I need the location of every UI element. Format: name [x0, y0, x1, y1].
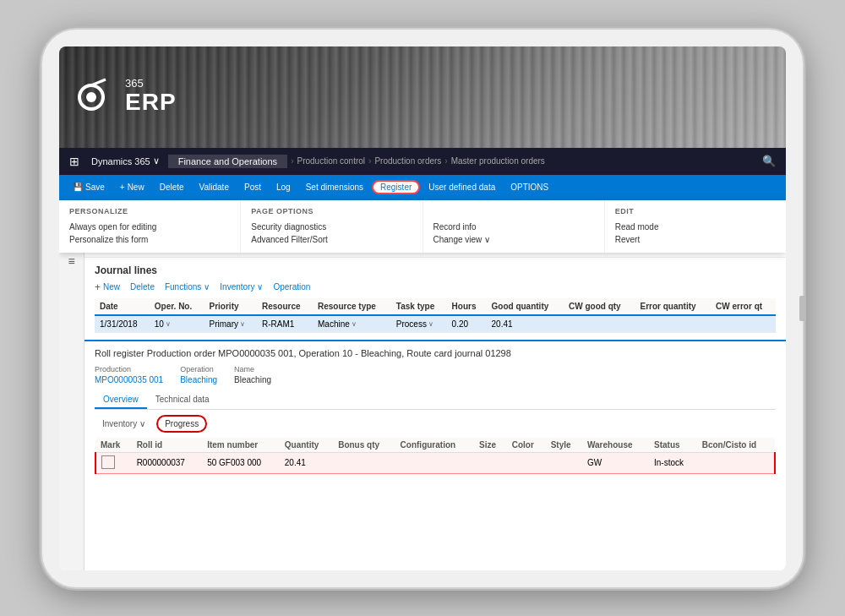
delete-button[interactable]: Delete	[153, 180, 191, 194]
register-label: Register	[380, 183, 412, 192]
dynamics-label: Dynamics 365	[91, 156, 150, 166]
power-button[interactable]	[799, 296, 806, 321]
row-checkbox[interactable]	[101, 455, 115, 469]
dynamics-menu[interactable]: Dynamics 365 ∨	[86, 154, 165, 168]
advanced-filter-item[interactable]: Advanced Filter/Sort	[251, 233, 412, 246]
operation-value[interactable]: Bleaching	[180, 375, 217, 384]
nav-bar: ⊞ Dynamics 365 ∨ Finance and Operations …	[59, 148, 786, 175]
personalize-group: PERSONALIZE Always open for editing Pers…	[59, 200, 241, 253]
journal-new-label: New	[103, 282, 120, 292]
save-label: Save	[85, 183, 105, 192]
page-options-group2: . Record info Change view ∨	[423, 200, 605, 253]
col-date: Date	[95, 298, 150, 315]
bottom-table-row[interactable]: R000000037 50 GF003 000 20.41 GW In-stoc…	[95, 452, 775, 473]
journal-new-button[interactable]: + New	[95, 281, 120, 293]
cell-date: 1/31/2018	[95, 315, 150, 333]
revert-item[interactable]: Revert	[615, 233, 776, 246]
journal-table: Date Oper. No. Priority Resource Resourc…	[95, 298, 776, 333]
cell-error-qty	[635, 315, 711, 333]
bt-cell-bcon	[697, 452, 775, 473]
journal-delete-label: Delete	[130, 282, 155, 292]
bt-cell-size	[474, 452, 507, 473]
always-open-item[interactable]: Always open for editing	[69, 221, 230, 233]
col-cw-good-qty: CW good qty	[564, 298, 635, 315]
operation-field-group: Operation Bleaching	[180, 365, 217, 384]
bt-col-color: Color	[507, 438, 546, 453]
nav-sep-2: ›	[368, 156, 371, 166]
toolbar: 💾 Save + New Delete Validate Post Log Se…	[59, 175, 786, 200]
bt-col-bcon: Bcon/Cisto id	[697, 438, 775, 453]
register-button[interactable]: Register	[372, 180, 420, 194]
breadcrumb-master-orders[interactable]: Master production orders	[451, 156, 545, 166]
page-options-group: PAGE OPTIONS Security diagnostics Advanc…	[241, 200, 422, 253]
col-task-type: Task type	[391, 298, 447, 315]
name-value: Bleaching	[234, 375, 271, 384]
inventory-arrow: ∨	[139, 419, 145, 428]
log-label: Log	[276, 183, 291, 192]
user-defined-data-button[interactable]: User defined data	[422, 180, 502, 194]
search-icon[interactable]: 🔍	[759, 151, 779, 171]
validate-button[interactable]: Validate	[193, 180, 236, 194]
save-button[interactable]: 💾 Save	[66, 180, 112, 194]
new-label: New	[128, 183, 144, 192]
change-view-item[interactable]: Change view ∨	[433, 233, 594, 246]
task-type-arrow: ∨	[428, 320, 433, 328]
sub-tab-progress[interactable]: Progress	[156, 415, 207, 433]
set-dimensions-button[interactable]: Set dimensions	[299, 180, 370, 194]
options-button[interactable]: OPTIONS	[504, 180, 555, 194]
bt-col-item-number: Item number	[202, 438, 280, 453]
tablet-frame: 365 ERP ⊞ Dynamics 365 ∨ Finance and Ope…	[42, 30, 803, 587]
delete-label: Delete	[160, 183, 184, 192]
options-label: OPTIONS	[510, 183, 548, 192]
journal-functions-button[interactable]: Functions ∨	[165, 282, 210, 292]
breadcrumb-production-control[interactable]: Production control	[297, 156, 365, 166]
bt-col-size: Size	[474, 438, 507, 453]
journal-operation-button[interactable]: Operation	[273, 282, 310, 292]
page-options-title: PAGE OPTIONS	[251, 207, 412, 215]
journal-delete-button[interactable]: Delete	[130, 282, 155, 292]
bt-col-roll-id: Roll id	[132, 438, 203, 453]
table-row[interactable]: 1/31/2018 10 ∨ Primary	[95, 315, 776, 333]
security-diagnostics-item[interactable]: Security diagnostics	[251, 221, 412, 233]
hero-banner: 365 ERP	[59, 46, 786, 148]
post-button[interactable]: Post	[237, 180, 268, 194]
bt-cell-mark[interactable]	[95, 452, 132, 473]
tab-overview[interactable]: Overview	[95, 391, 147, 409]
name-field-group: Name Bleaching	[234, 365, 271, 384]
svg-line-2	[91, 79, 106, 85]
journal-functions-label: Functions	[165, 282, 201, 292]
cell-resource: R-RAM1	[257, 315, 313, 333]
bt-cell-warehouse: GW	[582, 452, 649, 473]
hero-logo: 365 ERP	[76, 76, 177, 118]
col-cw-error-qt: CW error qt	[711, 298, 776, 315]
oper-no-arrow: ∨	[166, 320, 171, 328]
svg-point-1	[86, 92, 96, 102]
journal-inventory-button[interactable]: Inventory ∨	[220, 282, 263, 292]
breadcrumb-production-orders[interactable]: Production orders	[374, 156, 441, 166]
read-mode-item[interactable]: Read mode	[615, 221, 776, 233]
cell-cw-good-qty	[564, 315, 635, 333]
production-label: Production	[95, 365, 163, 373]
personalize-form-item[interactable]: Personalize this form	[69, 233, 230, 246]
grid-icon[interactable]: ⊞	[66, 151, 83, 172]
new-icon: +	[120, 183, 125, 192]
log-button[interactable]: Log	[270, 180, 297, 194]
journal-operation-label: Operation	[273, 282, 310, 292]
cell-good-qty: 20.41	[487, 315, 564, 333]
nav-sep-3: ›	[444, 156, 447, 166]
tab-technical-data[interactable]: Technical data	[147, 391, 218, 409]
cell-oper-no: 10 ∨	[150, 315, 204, 333]
bt-col-quantity: Quantity	[280, 438, 333, 453]
page-options-title2: .	[433, 207, 594, 215]
filter-icon[interactable]: ≡	[68, 254, 74, 268]
production-value[interactable]: MPO0000035 001	[95, 375, 163, 384]
app-label[interactable]: Finance and Operations	[168, 155, 287, 168]
logo-365: 365	[125, 78, 177, 90]
inventory-label: Inventory	[102, 419, 137, 428]
sub-tab-inventory[interactable]: Inventory ∨	[95, 416, 153, 432]
new-button[interactable]: + New	[113, 180, 151, 194]
record-info-item[interactable]: Record info	[433, 221, 594, 233]
col-resource: Resource	[257, 298, 313, 315]
journal-new-icon: +	[95, 281, 101, 293]
bt-col-status: Status	[649, 438, 697, 453]
